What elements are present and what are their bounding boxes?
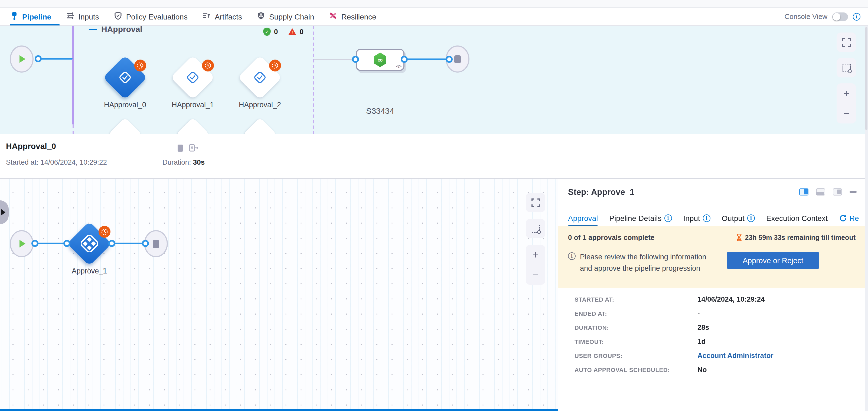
inputs-icon bbox=[66, 11, 74, 22]
minimize-panel-icon[interactable] bbox=[849, 191, 857, 193]
console-view-info-icon[interactable]: i bbox=[853, 13, 861, 20]
tab-label: Artifacts bbox=[215, 12, 242, 21]
layout-bottom-split-icon[interactable] bbox=[816, 188, 825, 195]
fullscreen-icon bbox=[842, 38, 851, 47]
detail-row-started-at: STARTED AT: 14/06/2024, 10:29:24 bbox=[575, 295, 856, 303]
marquee-select-button[interactable] bbox=[837, 58, 856, 77]
start-node bbox=[10, 230, 34, 257]
step-label: HApproval_1 bbox=[163, 101, 222, 109]
error-triangle-icon: ! bbox=[288, 28, 296, 35]
play-icon bbox=[20, 240, 26, 248]
summary-duration: Duration: 30s bbox=[162, 158, 205, 166]
step-label: Approve_1 bbox=[60, 267, 119, 275]
timer-badge-icon bbox=[202, 60, 214, 71]
zoom-control-group: + − bbox=[837, 84, 856, 123]
execution-nav-bar: Pipeline Inputs Policy Evaluations Artif… bbox=[0, 8, 868, 26]
tab-label: Inputs bbox=[78, 12, 99, 21]
panel-tab-bar: Approval Pipeline Detailsi Inputi Output… bbox=[558, 210, 865, 226]
refresh-button[interactable]: Re bbox=[839, 210, 859, 226]
approve-or-reject-button[interactable]: Approve or Reject bbox=[727, 252, 819, 269]
approval-step-icon bbox=[186, 70, 200, 85]
step-summary-bar: HApproval_0 Started at: 14/06/2024, 10:2… bbox=[0, 134, 865, 179]
vertical-scrollbar[interactable] bbox=[865, 26, 868, 411]
zoom-out-button[interactable]: − bbox=[843, 108, 849, 119]
zoom-in-button[interactable]: + bbox=[532, 250, 538, 260]
panel-tab-output[interactable]: Outputi bbox=[722, 210, 755, 226]
badge-divider bbox=[283, 28, 283, 36]
scrollbar-thumb[interactable] bbox=[865, 27, 867, 130]
info-icon[interactable]: i bbox=[703, 214, 710, 222]
info-icon[interactable]: i bbox=[747, 214, 755, 222]
info-icon: i bbox=[568, 252, 576, 260]
fit-to-screen-button[interactable] bbox=[837, 32, 856, 52]
marquee-select-button[interactable] bbox=[526, 219, 545, 238]
refresh-icon bbox=[839, 214, 847, 222]
skip-step-icon bbox=[189, 144, 198, 152]
edge-step-end bbox=[407, 59, 449, 60]
approval-step-icon bbox=[253, 70, 267, 85]
approval-progress: 0 of 1 approvals complete bbox=[568, 233, 654, 242]
fullscreen-icon bbox=[531, 198, 540, 207]
zoom-control-group: + − bbox=[526, 245, 545, 285]
stage-collapse-icon[interactable]: — bbox=[89, 26, 97, 33]
stage-boundary-right bbox=[313, 26, 314, 134]
harness-step-icon: ∞ bbox=[374, 53, 386, 67]
hourglass-icon bbox=[736, 233, 742, 242]
tab-label: Supply Chain bbox=[269, 12, 314, 21]
approval-step-icon bbox=[118, 70, 132, 85]
approval-message: Please review the following information … bbox=[580, 252, 726, 275]
timer-badge-icon bbox=[269, 60, 281, 71]
step-node-s33434[interactable]: ∞ </> bbox=[356, 49, 404, 71]
step-label: S33434 bbox=[356, 106, 404, 115]
stage-name[interactable]: HApproval bbox=[101, 26, 143, 34]
shield-check-icon bbox=[114, 11, 122, 22]
tab-label: Pipeline bbox=[22, 12, 51, 21]
stage-graph-canvas[interactable]: — HApproval ✓ 0 ! 0 HApproval_0 HApprova bbox=[0, 26, 865, 134]
tab-artifacts[interactable]: Artifacts bbox=[202, 7, 242, 26]
step-port-in bbox=[63, 240, 70, 247]
panel-tab-approval[interactable]: Approval bbox=[568, 210, 598, 226]
panel-tab-input[interactable]: Inputi bbox=[683, 210, 710, 226]
timeout-remaining: 23h 59m 33s remaining till timeout bbox=[736, 233, 856, 242]
layout-right-panel-icon[interactable] bbox=[833, 188, 842, 195]
tab-inputs[interactable]: Inputs bbox=[66, 7, 99, 26]
panel-tab-pipeline-details[interactable]: Pipeline Detailsi bbox=[610, 210, 672, 226]
stage-boundary-left-dashed bbox=[72, 125, 74, 134]
summary-started-at: Started at: 14/06/2024, 10:29:22 bbox=[6, 158, 107, 166]
panel-title: Step: Approve_1 bbox=[568, 187, 634, 197]
marquee-icon bbox=[531, 224, 539, 232]
layout-right-split-icon[interactable] bbox=[799, 188, 808, 195]
step-port-out bbox=[401, 56, 408, 63]
console-view-label: Console View bbox=[784, 12, 827, 21]
pipeline-icon bbox=[10, 11, 19, 22]
edge-boundary-step bbox=[314, 59, 356, 60]
detail-row-auto-approval: AUTO APPROVAL SCHEDULED: No bbox=[575, 366, 856, 374]
end-port bbox=[446, 56, 453, 63]
end-port bbox=[142, 240, 149, 247]
tab-supply-chain[interactable]: Supply Chain bbox=[257, 7, 314, 26]
user-group-link[interactable]: Account Administrator bbox=[698, 351, 774, 359]
zoom-in-button[interactable]: + bbox=[843, 88, 849, 99]
step-label: HApproval_2 bbox=[230, 101, 290, 109]
info-icon[interactable]: i bbox=[664, 214, 672, 222]
detail-row-ended-at: ENDED AT: - bbox=[575, 309, 856, 317]
app-root: Pipeline Inputs Policy Evaluations Artif… bbox=[0, 0, 868, 411]
tab-policy-evaluations[interactable]: Policy Evaluations bbox=[114, 7, 188, 26]
console-view-toggle[interactable] bbox=[832, 12, 848, 21]
timer-badge-icon bbox=[134, 60, 146, 71]
fit-to-screen-button[interactable] bbox=[526, 193, 545, 212]
stop-icon bbox=[454, 55, 461, 63]
clipped-step-node bbox=[176, 118, 210, 134]
step-graph-canvas[interactable]: Approve_1 + − bbox=[0, 179, 558, 411]
play-icon bbox=[20, 55, 26, 63]
step-port-in bbox=[352, 56, 359, 63]
step-details-panel: Step: Approve_1 Approval Pipeline Detail… bbox=[558, 179, 865, 411]
horizontal-scrollbar[interactable] bbox=[0, 409, 558, 411]
tab-pipeline[interactable]: Pipeline bbox=[10, 7, 51, 26]
zoom-out-button[interactable]: − bbox=[532, 270, 538, 280]
step-port-out bbox=[108, 240, 115, 247]
panel-tab-execution-context[interactable]: Execution Context bbox=[766, 210, 828, 226]
summary-step-title: HApproval_0 bbox=[6, 141, 56, 151]
stop-icon bbox=[153, 240, 159, 248]
tab-resilience[interactable]: Resilience bbox=[329, 7, 376, 26]
